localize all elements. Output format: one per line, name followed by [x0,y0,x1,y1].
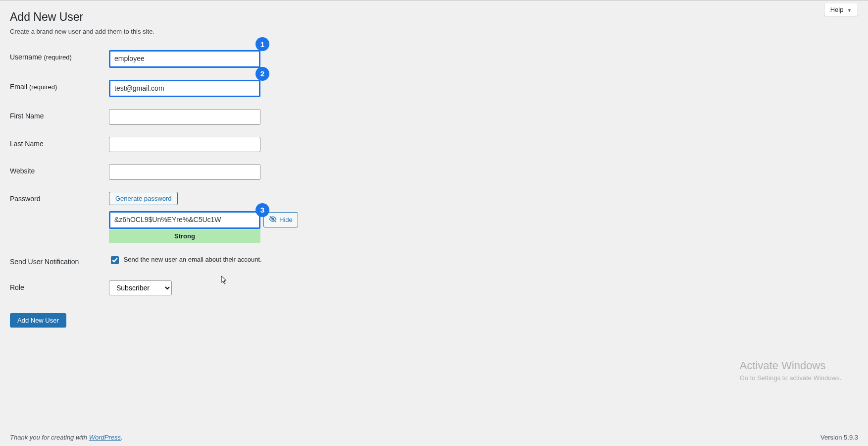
help-tab[interactable]: Help ▼ [824,3,858,16]
username-required: (required) [44,54,71,61]
send-notification-row[interactable]: Send the new user an email about their a… [109,256,262,263]
wordpress-link[interactable]: WordPress [89,434,121,441]
email-input[interactable] [109,80,260,98]
admin-footer: Thank you for creating with WordPress. V… [0,429,868,446]
last-name-input[interactable] [109,137,260,153]
hide-label: Hide [279,216,293,223]
password-strength: Strong [109,229,260,243]
email-label: Email [10,83,27,91]
callout-3: 3 [255,203,269,217]
password-input[interactable] [109,211,260,229]
email-required: (required) [29,83,57,91]
callout-2: 2 [255,67,269,81]
watermark-title: Activate Windows [740,359,841,372]
windows-activation-watermark: Activate Windows Go to Settings to activ… [740,359,841,382]
role-label: Role [10,283,24,291]
footer-prefix: Thank you for creating with [10,434,89,441]
user-form: Username (required) 1 Email (required) 2… [10,44,858,301]
version-text: Version 5.9.3 [820,434,858,441]
role-select[interactable]: Subscriber [109,280,172,295]
first-name-label: First Name [10,112,44,120]
chevron-down-icon: ▼ [847,8,852,13]
first-name-input[interactable] [109,109,260,125]
last-name-label: Last Name [10,140,44,148]
page-subtitle: Create a brand new user and add them to … [10,28,858,35]
add-new-user-button[interactable]: Add New User [10,313,66,328]
username-input[interactable] [109,50,260,68]
callout-1: 1 [255,37,269,51]
password-label: Password [10,195,40,203]
website-label: Website [10,167,35,175]
username-label: Username [10,53,42,61]
page-title: Add New User [10,0,858,28]
watermark-sub: Go to Settings to activate Windows. [740,374,841,382]
footer-suffix: . [121,434,123,441]
generate-password-button[interactable]: Generate password [109,192,178,205]
send-notification-label: Send User Notification [10,258,79,266]
send-notification-text: Send the new user an email about their a… [124,256,262,263]
help-label: Help [830,6,844,13]
send-notification-checkbox[interactable] [111,256,119,264]
hide-password-button[interactable]: Hide [263,212,298,227]
eye-slash-icon [269,215,277,224]
website-input[interactable] [109,164,260,180]
